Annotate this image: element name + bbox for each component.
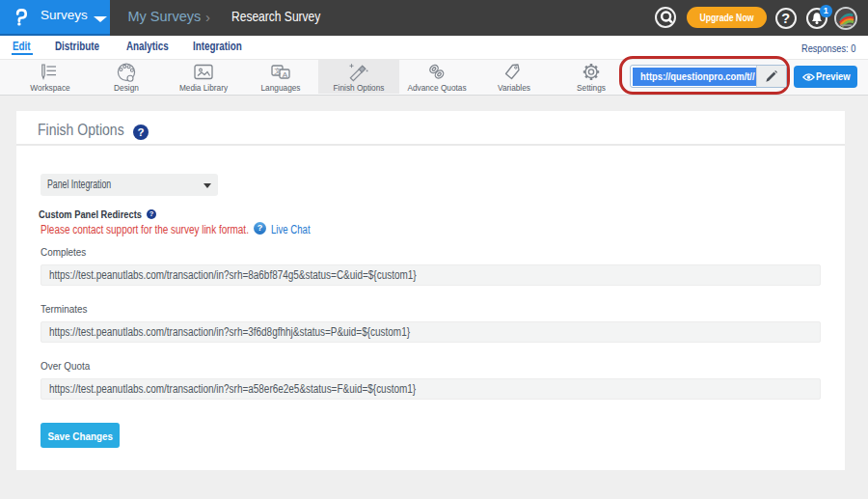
svg-text:文: 文 [275, 67, 282, 74]
svg-text:A: A [283, 69, 288, 78]
